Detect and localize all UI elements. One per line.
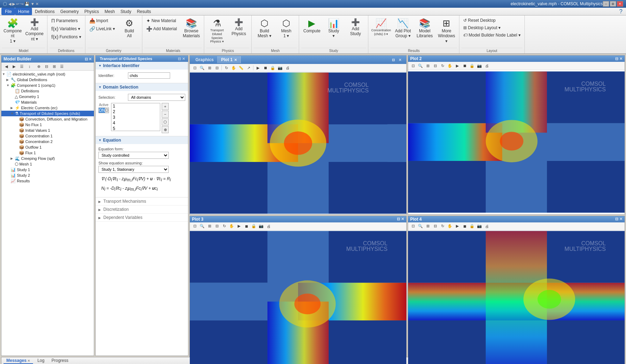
build-all-button[interactable]: ⚙ BuildAll	[119, 17, 140, 40]
menu-home[interactable]: Home	[15, 8, 32, 15]
p2-lock[interactable]: 🔒	[469, 63, 476, 69]
mb-forward-btn[interactable]: ▶	[11, 63, 18, 70]
select-btn[interactable]: ↗	[245, 65, 252, 71]
p4-zoom-extents[interactable]: ⊡	[409, 223, 417, 229]
close-button[interactable]: ✕	[617, 1, 623, 7]
p2-camera[interactable]: 📷	[476, 63, 483, 69]
p4-rotate[interactable]: ↻	[439, 223, 446, 229]
p2-zoom-in[interactable]: 🔍	[417, 63, 424, 69]
p4-stop[interactable]: ⏹	[461, 223, 468, 229]
tree-item-initial-values1[interactable]: 📦 Initial Values 1	[1, 128, 94, 133]
messages-tab[interactable]: Messages ✕	[4, 358, 33, 364]
domain-add-btn[interactable]: +	[162, 103, 169, 110]
tree-item-outflow1[interactable]: 📦 Outflow 1	[1, 144, 94, 150]
menu-geometry[interactable]: Geometry	[57, 8, 82, 15]
parameters-button[interactable]: Π Parameters	[50, 17, 83, 25]
domain-remove-btn[interactable]: −	[162, 111, 169, 118]
node-label-button[interactable]: 🏷 Model Builder Node Label ▾	[462, 32, 522, 39]
p2-print[interactable]: 🖨	[483, 63, 490, 69]
p3-zoom-in[interactable]: 🔍	[199, 223, 206, 229]
menu-mesh[interactable]: Mesh	[102, 8, 117, 15]
tree-item-conv-diff[interactable]: 📦 Convection, Diffusion, and Migration	[1, 116, 94, 122]
browse-materials-button[interactable]: 📚 BrowseMaterials	[181, 17, 202, 40]
p4-play[interactable]: ▶	[454, 223, 461, 229]
p2-pan[interactable]: ✋	[446, 63, 453, 69]
prop-close-btn[interactable]: ✕	[182, 57, 185, 61]
zoom-window-btn[interactable]: ⊞	[206, 65, 213, 71]
minimize-button[interactable]: ─	[603, 1, 609, 7]
stop-btn[interactable]: ⏹	[262, 65, 269, 71]
p3-stop[interactable]: ⏹	[243, 223, 250, 229]
plot3-close-btn[interactable]: ✕	[401, 217, 404, 221]
print-btn[interactable]: 🖨	[284, 65, 291, 71]
tree-item-creeping-flow[interactable]: ▶ 🌊 Creeping Flow (spf)	[1, 156, 94, 161]
tree-item-global-def[interactable]: ▶ 🔧 Global Definitions	[1, 77, 94, 83]
domain-item-5[interactable]: 5	[111, 126, 160, 131]
mb-back-btn[interactable]: ◀	[3, 63, 10, 70]
tree-item-study1[interactable]: 📊 Study 1	[1, 167, 94, 173]
equation-header[interactable]: ▼ Equation	[96, 136, 188, 144]
plot4-close-btn[interactable]: ✕	[619, 217, 622, 221]
window-controls[interactable]: ─ ⊞ ✕	[603, 1, 623, 7]
study2-button[interactable]: 📊 Study▾	[323, 17, 344, 40]
p2-rotate[interactable]: ↻	[439, 63, 446, 69]
tree-item-conc2[interactable]: 📦 Concentration 2	[1, 139, 94, 144]
play-btn[interactable]: ▶	[254, 65, 262, 71]
identifier-input[interactable]	[128, 72, 170, 79]
tree-item-results[interactable]: 📈 Results	[1, 178, 94, 184]
plot4-undock-btn[interactable]: ⊟	[615, 217, 618, 221]
p2-zoom-out[interactable]: ⊟	[432, 63, 439, 69]
plot1-tab[interactable]: Plot 1 ✕	[218, 56, 241, 63]
tree-item-materials[interactable]: 💎 Materials	[1, 99, 94, 105]
menu-study[interactable]: Study	[118, 8, 134, 15]
domain-item-2[interactable]: 2	[111, 109, 160, 115]
component-button[interactable]: 🧩 Component1 ▾	[2, 17, 23, 45]
tree-item-electric-currents[interactable]: ▶ ⚡ Electric Currents (ec)	[1, 105, 94, 111]
p4-print[interactable]: 🖨	[483, 223, 490, 229]
build-mesh-button[interactable]: ⬡ BuildMesh ▾	[254, 17, 275, 40]
selection-dropdown[interactable]: All domains	[128, 94, 185, 101]
discretization-section[interactable]: ▶ Discretization	[96, 206, 188, 214]
add-physics-button[interactable]: ➕ AddPhysics	[228, 17, 249, 38]
p2-zoom-extents[interactable]: ⊡	[409, 63, 417, 69]
active-toggle[interactable]: ON OFF	[98, 108, 109, 113]
plot2-close-btn[interactable]: ✕	[619, 57, 622, 61]
p4-camera[interactable]: 📷	[476, 223, 483, 229]
help-button[interactable]: ?	[617, 8, 625, 15]
dependent-variables-section[interactable]: ▶ Dependent Variables	[96, 214, 188, 222]
mb-expand-btn[interactable]: ⊕	[35, 63, 42, 70]
tree-item-mesh1[interactable]: ⬡ Mesh 1	[1, 161, 94, 167]
transport-diluted-species-button[interactable]: ⚗ TransportDiluted SpeciesPhysics ▾	[206, 17, 227, 45]
p3-zoom-extents[interactable]: ⊡	[191, 223, 198, 229]
pan-btn[interactable]: ✋	[230, 65, 237, 71]
interface-identifier-header[interactable]: ▼ Interface Identifier	[96, 62, 188, 70]
tree-item-root[interactable]: ▼ 📄 electrokinetic_valve.mph (root)	[1, 71, 94, 77]
p3-print[interactable]: 🖨	[265, 223, 272, 229]
graphics-tab[interactable]: Graphics	[192, 56, 218, 63]
tree-item-transport[interactable]: ▼ ⚗ Transport of Diluted Species (chds)	[1, 111, 94, 116]
mb-grid-btn[interactable]: ⊞	[51, 63, 58, 70]
import-button[interactable]: 📥 Import	[88, 17, 117, 25]
domain-copy-btn[interactable]: ⬡	[162, 118, 169, 125]
domain-item-3[interactable]: 3	[111, 115, 160, 120]
menu-physics[interactable]: Physics	[82, 8, 102, 15]
tree-item-definitions[interactable]: 📋 Definitions	[1, 88, 94, 94]
show-eq-dropdown[interactable]: Study 1, Stationary	[98, 166, 169, 173]
concentration-button[interactable]: 📈 Concentration(chds) 3 ▾	[370, 17, 392, 38]
p4-lock[interactable]: 🔒	[469, 223, 476, 229]
mesh1-button[interactable]: ⬡ Mesh1 ▾	[276, 17, 297, 40]
p3-zoom-out[interactable]: ⊟	[213, 223, 220, 229]
p4-zoom-window[interactable]: ⊞	[424, 223, 431, 229]
graphics-close-btn[interactable]: ✕	[397, 57, 403, 63]
p3-rotate[interactable]: ↻	[221, 223, 228, 229]
tree-item-study2[interactable]: 📊 Study 2	[1, 173, 94, 178]
tree-item-geometry1[interactable]: △ Geometry 1	[1, 94, 94, 99]
prop-undock-btn[interactable]: ⊟	[178, 57, 181, 61]
tree-item-flux1[interactable]: 📦 Flux 1	[1, 150, 94, 156]
tree-item-component1[interactable]: ▼ 🧩 Component 1 (comp1)	[1, 83, 94, 88]
more-windows-button[interactable]: ⊞ MoreWindows ▾	[436, 17, 457, 45]
plot1-tab-close[interactable]: ✕	[234, 58, 237, 62]
p2-play[interactable]: ▶	[454, 63, 461, 69]
graphics-undock-btn[interactable]: ⊟	[391, 57, 396, 63]
p2-zoom-window[interactable]: ⊞	[424, 63, 431, 69]
